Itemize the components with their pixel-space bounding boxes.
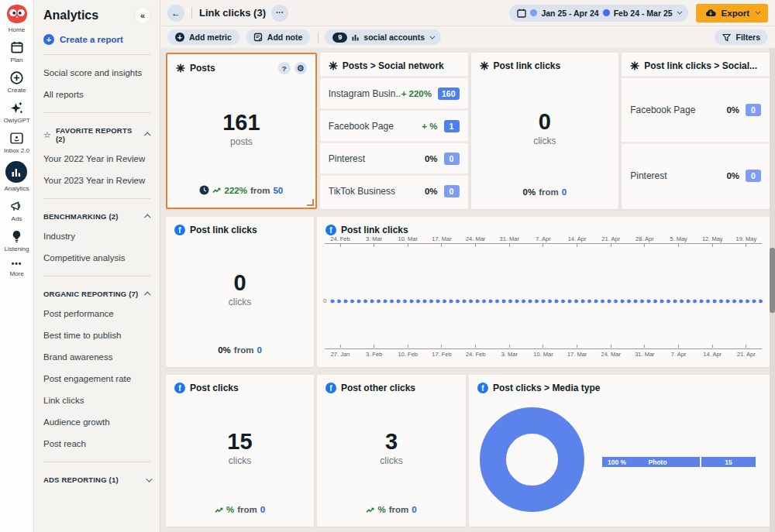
star-icon: ☆ [43, 131, 51, 139]
delta-percent: 222% [224, 186, 246, 195]
sidebar-item-competitive-analysis[interactable]: Competitive analysis [43, 247, 150, 269]
legend-item-photo[interactable]: 100 % Photo [602, 457, 700, 467]
metric-value: 0 [539, 111, 551, 133]
card-post-link-clicks-chart[interactable]: f Post link clicks 24. Feb 3. Mar 10. Ma… [317, 217, 770, 367]
chevron-up-icon [144, 214, 150, 220]
legend-value-photo[interactable]: 15 [701, 457, 756, 467]
sidebar-item-all-reports[interactable]: All reports [43, 84, 150, 105]
section-favorite-reports[interactable]: ☆ FAVORITE REPORTS (2) [43, 120, 150, 148]
delta-percent: 0% [218, 345, 231, 355]
ellipsis-icon: ••• [12, 259, 22, 268]
add-metric-button[interactable]: + Add metric [167, 29, 239, 45]
network-row-pinterest[interactable]: Pinterest 0% 0 [320, 141, 468, 173]
all-networks-icon [176, 63, 185, 73]
axis-label: 24. Mar [460, 235, 491, 242]
axis-label: 3. Mar [359, 235, 390, 242]
axis-label: 19. May [731, 235, 762, 242]
axis-label: 3. Feb [359, 351, 390, 358]
metric-unit: clicks [229, 297, 251, 307]
rail-item-analytics[interactable]: Analytics [4, 161, 29, 192]
calendar-icon [10, 40, 24, 54]
delta-percent: 0% [523, 187, 536, 197]
section-ads-reporting[interactable]: ADS REPORTING (1) [43, 469, 150, 489]
section-organic-reporting[interactable]: ORGANIC REPORTING (7) [43, 283, 150, 303]
value-badge: 0 [746, 170, 761, 182]
comparison-date-range: Feb 24 - Mar 25 [614, 9, 673, 18]
lightbulb-icon [10, 229, 24, 243]
cloud-download-icon [705, 9, 716, 17]
hootsuite-owl-logo [5, 4, 29, 24]
app-rail: Home Plan Create OwlyGPT Inbox 2.0 Analy… [0, 0, 34, 532]
card-posts-by-network[interactable]: Posts > Social network Instagram Busin..… [320, 53, 468, 209]
rail-item-more[interactable]: ••• More [9, 259, 23, 277]
date-range-picker[interactable]: Jan 25 - Apr 24 Feb 24 - Mar 25 [509, 5, 687, 22]
create-report-label: Create a report [60, 35, 123, 44]
legend-label: Photo [626, 458, 700, 466]
rail-item-create[interactable]: Create [7, 70, 26, 94]
all-networks-icon [329, 61, 338, 70]
filters-button[interactable]: Filters [715, 29, 768, 45]
create-report-button[interactable]: + Create a report [43, 34, 150, 45]
accounts-count-badge: 9 [332, 33, 347, 43]
rail-item-listening[interactable]: Listening [4, 229, 29, 252]
sidebar-item-audience-growth[interactable]: Audience growth [43, 411, 150, 433]
axis-label: 14. Apr [697, 351, 728, 358]
sidebar-item-2022-review[interactable]: Your 2022 Year in Review [43, 148, 150, 170]
comparison-base: 0 [257, 345, 261, 355]
sidebar-item-best-time[interactable]: Best time to publish [43, 324, 150, 346]
sidebar-item-industry[interactable]: Industry [43, 225, 150, 247]
chevron-up-icon [144, 132, 150, 138]
value-badge: 0 [444, 153, 460, 165]
plus-icon: + [43, 34, 54, 45]
social-accounts-dropdown[interactable]: 9 social accounts [325, 29, 441, 45]
network-row-facebook[interactable]: Facebook Page 0% 0 [622, 76, 770, 142]
sidebar-collapse-button[interactable]: « [135, 8, 150, 23]
chevron-down-icon [146, 475, 152, 482]
rail-label: Plan [10, 57, 22, 63]
metric-value: 3 [385, 431, 398, 453]
sidebar-item-link-clicks[interactable]: Link clicks [43, 390, 150, 411]
network-row-tiktok[interactable]: TikTok Business 0% 0 [320, 173, 468, 206]
rail-label: More [9, 270, 23, 277]
card-post-clicks-media-type[interactable]: f Post clicks > Media type 100 % Photo 1… [469, 375, 770, 527]
rail-item-ads[interactable]: Ads [10, 199, 24, 222]
card-post-link-clicks-total[interactable]: Post link clicks 0 clicks 0% from 0 [471, 53, 619, 209]
sidebar-item-post-performance[interactable]: Post performance [43, 303, 150, 324]
vertical-scrollbar-thumb[interactable] [770, 248, 775, 313]
rail-item-home[interactable]: Home [5, 4, 29, 33]
card-title: Post link clicks > Social... [644, 60, 757, 71]
axis-label: 10. Mar [392, 235, 423, 242]
sidebar-item-2023-review[interactable]: Your 2023 Year in Review [43, 170, 150, 191]
facebook-icon: f [477, 383, 488, 393]
card-posts[interactable]: Posts ? ⚙ 161 posts [166, 53, 317, 209]
comparison-clock-icon [199, 185, 209, 195]
comparison-base: 50 [273, 186, 283, 195]
card-title: Posts [190, 63, 215, 74]
axis-label: 17. Feb [426, 351, 457, 358]
back-button[interactable]: ← [167, 5, 184, 22]
add-note-button[interactable]: Add note [246, 29, 311, 45]
megaphone-icon [10, 199, 24, 213]
network-row-instagram[interactable]: Instagram Busin... + 220% 160 [320, 76, 468, 108]
section-benchmarking[interactable]: BENCHMARKING (2) [43, 206, 150, 225]
more-options-button[interactable]: ··· [271, 5, 288, 22]
network-row-facebook[interactable]: Facebook Page + % 1 [320, 108, 468, 141]
rail-item-owlygpt[interactable]: OwlyGPT [3, 101, 29, 124]
axis-label: 5. May [663, 235, 694, 242]
export-button[interactable]: Export [696, 4, 768, 22]
card-post-link-clicks-by-network[interactable]: Post link clicks > Social... Facebook Pa… [622, 53, 770, 209]
sidebar-item-social-score[interactable]: Social score and insights [43, 62, 150, 84]
sidebar-item-engagement-rate[interactable]: Post engagement rate [43, 368, 150, 390]
vertical-scrollbar-track[interactable] [770, 48, 775, 532]
trend-up-icon [215, 506, 223, 513]
rail-item-inbox[interactable]: Inbox 2.0 [4, 131, 29, 154]
card-post-other-clicks[interactable]: f Post other clicks 3 clicks % from 0 [317, 375, 466, 527]
sidebar-item-post-reach[interactable]: Post reach [43, 433, 150, 455]
rail-item-plan[interactable]: Plan [10, 40, 24, 63]
card-post-clicks[interactable]: f Post clicks 15 clicks % from 0 [166, 375, 314, 527]
metric-unit: posts [230, 136, 253, 147]
network-row-pinterest[interactable]: Pinterest 0% 0 [622, 142, 770, 208]
sidebar-item-brand-awareness[interactable]: Brand awareness [43, 346, 150, 368]
card-post-link-clicks-facebook[interactable]: f Post link clicks 0 clicks 0% from 0 [166, 217, 314, 367]
axis-label: 31. Mar [494, 235, 525, 242]
